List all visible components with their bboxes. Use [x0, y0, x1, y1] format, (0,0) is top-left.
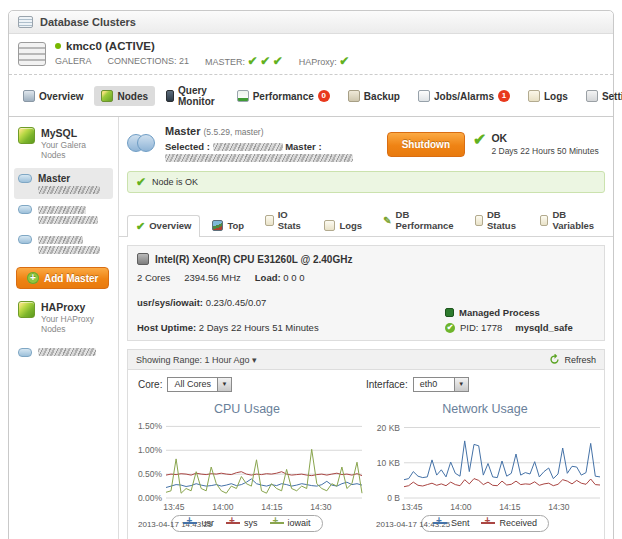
subtab-db-status[interactable]: DB Status [466, 204, 528, 236]
sidebar-haproxy-title: HAProxy [41, 301, 109, 313]
subtab-label: Top [227, 220, 244, 231]
sidebar-item-node3[interactable] [14, 229, 113, 259]
sidebar-item-node2[interactable] [14, 199, 113, 229]
cluster-haproxy-status: HAProxy: ✔ [299, 55, 350, 67]
subtab-overview[interactable]: ✔ Overview [127, 215, 200, 237]
legend-item[interactable]: sys [226, 518, 258, 528]
chart-title: CPU Usage [130, 402, 364, 416]
svg-text:14:00: 14:00 [212, 502, 234, 512]
svg-text:13:45: 13:45 [163, 502, 185, 512]
host-stats: 2 Cores 2394.56 MHz Load: 0 0 0 usr/sys/… [137, 272, 445, 333]
tab-nodes[interactable]: Nodes [94, 86, 155, 106]
jobs-alarms-icon [418, 90, 430, 102]
db-variables-icon [540, 215, 549, 226]
svg-text:14:15: 14:15 [499, 502, 521, 512]
master-node-icon [127, 134, 157, 154]
subtab-label: DB Variables [552, 209, 596, 231]
tab-jobs-alarms[interactable]: Jobs/Alarms 1 [411, 86, 517, 106]
node-content: Master (5.5.29, master) Selected : Maste… [119, 117, 613, 539]
check-icon: ✔ [260, 54, 270, 68]
interface-select[interactable]: eth0 ▼ [413, 377, 469, 392]
legend-item[interactable]: iowait [270, 518, 311, 528]
refresh-button[interactable]: Refresh [549, 354, 596, 365]
logs-note-icon [324, 220, 335, 231]
subtab-db-variables[interactable]: DB Variables [531, 204, 606, 236]
interface-label: Interface: [366, 379, 408, 390]
node-title-block: Master (5.5.29, master) Selected : Maste… [165, 125, 379, 163]
sidebar-item-haproxy-node[interactable] [14, 342, 113, 362]
tab-performance[interactable]: Performance 0 [230, 86, 337, 106]
jobs-alarms-badge: 1 [498, 90, 510, 102]
redacted-master-hosts [165, 154, 353, 162]
cpu-usage-plot: 0.00%0.50%1.00%1.50%13:4514:0014:1514:30 [130, 418, 370, 514]
redacted-node-name [38, 206, 86, 214]
status-ok-label: OK [491, 132, 598, 144]
pid-line: ✔ PID: 1778 mysqld_safe [445, 322, 595, 333]
redacted-node-name [38, 236, 83, 244]
tab-settings[interactable]: Settings [579, 86, 622, 106]
status-check-icon: ✔ [473, 132, 486, 148]
sidebar: MySQL Your Galera Nodes Master [9, 117, 119, 539]
cluster-connections: CONNECTIONS: 21 [108, 56, 190, 66]
node-status-bar: ✔ Node is OK [127, 171, 605, 193]
redacted-hostname [38, 348, 96, 356]
shutdown-button[interactable]: Shutdown [387, 132, 465, 157]
network-usage-plot: 0 B10 KB20 KB13:4514:0014:1514:30 [368, 418, 608, 514]
node-title: Master [165, 125, 200, 137]
settings-icon [586, 90, 598, 102]
svg-text:1.00%: 1.00% [138, 445, 163, 455]
refresh-label: Refresh [564, 355, 596, 365]
cpu-legend[interactable]: usrsysiowait [171, 515, 322, 532]
cluster-summary-row[interactable]: kmcc0 (ACTIVE) GALERA CONNECTIONS: 21 MA… [9, 34, 613, 75]
query-monitor-icon [166, 90, 174, 102]
svg-text:20 KB: 20 KB [377, 423, 400, 433]
tab-label: Settings [602, 91, 622, 102]
subtab-db-performance[interactable]: ✎ DB Performance [374, 204, 462, 236]
network-legend[interactable]: SentReceived [421, 515, 549, 532]
tab-label: Query Monitor [178, 85, 219, 107]
subtab-io-stats[interactable]: IO Stats [256, 204, 312, 236]
tab-label: Backup [364, 91, 400, 102]
cluster-status-dot [55, 43, 61, 49]
svg-text:13:45: 13:45 [401, 502, 423, 512]
process-name: mysqld_safe [515, 322, 573, 333]
caret-down-icon: ▼ [217, 378, 231, 391]
svg-text:14:00: 14:00 [450, 502, 472, 512]
chart-controls: Core: All Cores ▼ Interface: eth0 ▼ [128, 370, 604, 394]
refresh-icon [549, 354, 560, 365]
cluster-master-status: MASTER: ✔ ✔ ✔ [205, 55, 283, 67]
server-stack-icon [18, 42, 46, 66]
charts-row-1: CPU Usage 0.00%0.50%1.00%1.50%13:4514:00… [128, 394, 604, 537]
db-node-icon [18, 205, 32, 214]
add-master-button[interactable]: + Add Master [16, 267, 109, 289]
usi-stat: usr/sys/iowait: 0.23/0.45/0.07 [137, 297, 266, 308]
sidebar-item-master[interactable]: Master [14, 168, 113, 199]
tab-overview[interactable]: Overview [16, 86, 90, 106]
node-header: Master (5.5.29, master) Selected : Maste… [119, 117, 613, 169]
tab-logs[interactable]: Logs [521, 86, 575, 106]
node-version: (5.5.29, master) [204, 127, 264, 137]
core-select[interactable]: All Cores ▼ [167, 377, 232, 392]
pid-value: PID: 1778 [460, 322, 502, 333]
showing-range-dropdown[interactable]: Showing Range: 1 Hour Ago ▾ [136, 355, 257, 365]
node-selected-line: Selected : Master : [165, 141, 379, 163]
legend-item[interactable]: Received [481, 518, 537, 528]
sidebar-mysql-subtitle: Your Galera Nodes [41, 140, 109, 160]
subtab-logs[interactable]: Logs [315, 215, 371, 236]
sidebar-mysql-header: MySQL Your Galera Nodes [14, 125, 113, 168]
cluster-meta: GALERA CONNECTIONS: 21 MASTER: ✔ ✔ ✔ HAP… [55, 55, 349, 67]
page-title: Database Clusters [40, 16, 136, 28]
sidebar-haproxy-subtitle: Your HAProxy Nodes [41, 314, 109, 334]
legend-label: Sent [451, 518, 470, 528]
tab-backup[interactable]: Backup [341, 86, 407, 106]
managed-process: Managed Process [445, 307, 595, 318]
app-frame: Database Clusters kmcc0 (ACTIVE) GALERA … [8, 10, 614, 539]
uptime-stat: Host Uptime: 2 Days 22 Hours 51 Minutes [137, 322, 319, 333]
tab-label: Logs [544, 91, 568, 102]
redacted-hostname [38, 216, 98, 224]
subtab-top[interactable]: Top [203, 215, 253, 236]
tab-query-monitor[interactable]: Query Monitor [159, 81, 226, 111]
caret-down-icon: ▾ [252, 355, 257, 365]
database-clusters-icon [18, 16, 33, 28]
subtab-label: IO Stats [278, 209, 304, 231]
